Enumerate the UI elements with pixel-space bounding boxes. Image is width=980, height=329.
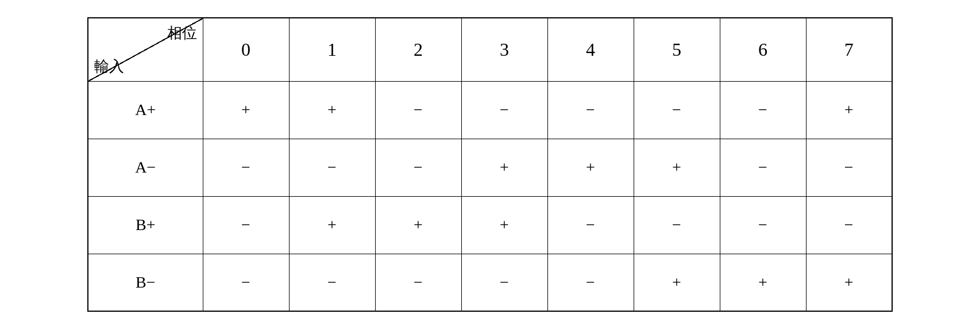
cell-2-2: + [375, 196, 461, 254]
cell-2-5: − [634, 196, 720, 254]
cell-2-7: − [806, 196, 892, 254]
col-header-3: 3 [461, 18, 547, 81]
cell-1-5: + [634, 139, 720, 196]
cell-3-3: − [461, 254, 547, 311]
table-container: 相位 輸入 0 1 2 3 4 5 6 7 A+++−−−−−+A−−−−+++… [0, 6, 980, 323]
table-row: B+−+++−−−− [88, 196, 892, 254]
cell-0-6: − [720, 81, 806, 139]
cell-2-3: + [461, 196, 547, 254]
cell-1-7: − [806, 139, 892, 196]
table-row: B−−−−−−+++ [88, 254, 892, 311]
cell-2-6: − [720, 196, 806, 254]
cell-0-3: − [461, 81, 547, 139]
cell-3-0: − [203, 254, 289, 311]
col-header-6: 6 [720, 18, 806, 81]
cell-2-1: + [289, 196, 375, 254]
cell-1-2: − [375, 139, 461, 196]
cell-3-5: + [634, 254, 720, 311]
cell-2-0: − [203, 196, 289, 254]
main-table: 相位 輸入 0 1 2 3 4 5 6 7 A+++−−−−−+A−−−−+++… [87, 17, 893, 312]
cell-3-2: − [375, 254, 461, 311]
col-header-7: 7 [806, 18, 892, 81]
row-header-0: A+ [88, 81, 203, 139]
cell-0-1: + [289, 81, 375, 139]
cell-1-4: + [547, 139, 634, 196]
table-row: A−−−−+++−− [88, 139, 892, 196]
cell-1-6: − [720, 139, 806, 196]
cell-3-6: + [720, 254, 806, 311]
col-header-5: 5 [634, 18, 720, 81]
cell-1-0: − [203, 139, 289, 196]
cell-0-2: − [375, 81, 461, 139]
cell-2-4: − [547, 196, 634, 254]
row-header-3: B− [88, 254, 203, 311]
diagonal-header: 相位 輸入 [88, 18, 203, 81]
header-input-label: 輸入 [94, 56, 124, 76]
cell-3-1: − [289, 254, 375, 311]
col-header-0: 0 [203, 18, 289, 81]
cell-3-4: − [547, 254, 634, 311]
cell-0-5: − [634, 81, 720, 139]
col-header-4: 4 [547, 18, 634, 81]
cell-0-7: + [806, 81, 892, 139]
row-header-2: B+ [88, 196, 203, 254]
cell-3-7: + [806, 254, 892, 311]
cell-1-1: − [289, 139, 375, 196]
header-phase-label: 相位 [167, 23, 197, 43]
cell-0-4: − [547, 81, 634, 139]
cell-1-3: + [461, 139, 547, 196]
cell-0-0: + [203, 81, 289, 139]
row-header-1: A− [88, 139, 203, 196]
table-row: A+++−−−−−+ [88, 81, 892, 139]
col-header-1: 1 [289, 18, 375, 81]
col-header-2: 2 [375, 18, 461, 81]
